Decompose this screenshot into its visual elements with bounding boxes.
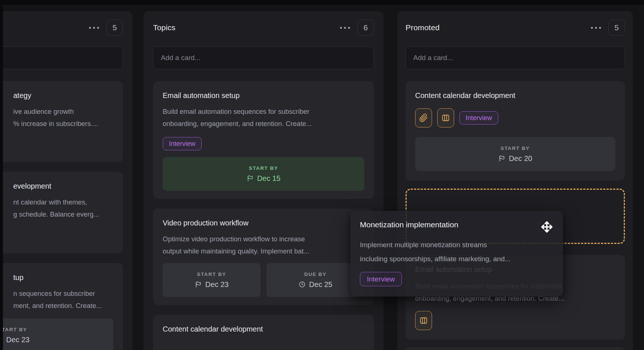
start-by-panel: START BY Dec 23 xyxy=(0,318,113,350)
card-content-calendar-development[interactable]: Content calendar development xyxy=(153,315,374,350)
flag-icon xyxy=(247,175,254,182)
clock-icon xyxy=(298,281,306,288)
column-promoted: Promoted 5 Content calendar development xyxy=(397,11,633,350)
card-title: evelopment xyxy=(13,181,113,191)
card-description: Implement multiple monetization streams … xyxy=(360,238,553,266)
card-email-automation-setup[interactable]: Email automation setup Build email autom… xyxy=(153,81,374,199)
card-setup[interactable]: tup n sequences for subscriber ment, and… xyxy=(0,263,123,350)
card-description: Build email automation sequences for sub… xyxy=(163,105,364,130)
start-by-panel: START BY Dec 23 xyxy=(163,263,261,297)
start-by-date: Dec 23 xyxy=(195,280,229,289)
card-development[interactable]: evelopment nt calendar with themes, g sc… xyxy=(0,172,123,253)
start-by-panel: START BY Dec 15 xyxy=(163,157,364,191)
column-card-count: 5 xyxy=(106,20,123,36)
attachment-badge xyxy=(415,108,432,127)
board-columns-badge xyxy=(437,108,454,127)
card-title: Email automation setup xyxy=(163,91,364,100)
card-content-calendar-development[interactable]: Content calendar development Interview xyxy=(406,81,625,181)
due-by-label: DUE BY xyxy=(304,272,327,277)
card-strategy[interactable]: ategy ive audience growth % increase in … xyxy=(0,81,123,162)
card-title: ategy xyxy=(13,91,113,100)
start-by-label: START BY xyxy=(249,165,278,171)
start-by-date: Dec 20 xyxy=(498,154,532,163)
column-left-partial: 5 ategy ive audience growth % increase i… xyxy=(0,11,132,350)
card-description: n sequences for subscriber ment, and ret… xyxy=(13,287,113,312)
start-by-date: Dec 15 xyxy=(247,174,280,183)
move-cursor-icon[interactable] xyxy=(540,220,553,234)
dragged-card-monetization-implementation[interactable]: Monetization implementation Implement mu… xyxy=(350,211,563,297)
card-partial[interactable] xyxy=(406,347,625,350)
add-card-input[interactable] xyxy=(0,46,123,69)
card-video-production-workflow[interactable]: Video production workflow Optimize video… xyxy=(153,209,374,305)
column-card-count: 5 xyxy=(608,20,625,36)
board-columns-badge xyxy=(415,311,432,330)
flag-icon xyxy=(195,281,202,288)
column-menu-icon[interactable] xyxy=(339,25,351,31)
column-topics: Topics 6 Email automation setup Build em… xyxy=(144,11,383,350)
start-by-date: Dec 23 xyxy=(0,336,29,344)
column-title: Promoted xyxy=(406,23,440,32)
flag-icon xyxy=(498,155,506,162)
tag-interview: Interview xyxy=(163,137,202,150)
tag-interview: Interview xyxy=(459,111,498,125)
board-columns-icon xyxy=(419,316,428,325)
card-description: nt calendar with themes, g schedule. Bal… xyxy=(13,196,113,220)
add-card-input[interactable] xyxy=(406,46,625,69)
start-by-label: START BY xyxy=(0,327,27,332)
card-title: Content calendar development xyxy=(415,91,615,100)
attachment-icon xyxy=(419,113,428,122)
card-title: tup xyxy=(13,273,113,282)
due-by-date: Dec 25 xyxy=(298,280,332,289)
kanban-board: 5 ategy ive audience growth % increase i… xyxy=(0,0,644,350)
window-titlebar xyxy=(0,0,644,5)
column-menu-icon[interactable] xyxy=(590,25,602,31)
window-left-edge xyxy=(0,0,3,350)
due-by-panel: DUE BY Dec 25 xyxy=(266,263,364,297)
start-by-label: START BY xyxy=(197,272,226,277)
tag-interview: Interview xyxy=(360,272,402,286)
card-description: ive audience growth % increase in subscr… xyxy=(13,105,113,130)
card-title: Video production workflow xyxy=(163,218,364,228)
column-card-count: 6 xyxy=(357,20,374,36)
card-description: Optimize video production workflow to in… xyxy=(163,233,364,257)
card-title: Content calendar development xyxy=(163,324,364,334)
column-title: Topics xyxy=(153,23,176,32)
card-title: Monetization implementation xyxy=(360,220,458,230)
board-columns-icon xyxy=(441,113,450,122)
start-by-panel: START BY Dec 20 xyxy=(415,137,615,171)
add-card-input[interactable] xyxy=(153,46,374,69)
column-menu-icon[interactable] xyxy=(88,25,100,31)
start-by-label: START BY xyxy=(500,146,530,151)
